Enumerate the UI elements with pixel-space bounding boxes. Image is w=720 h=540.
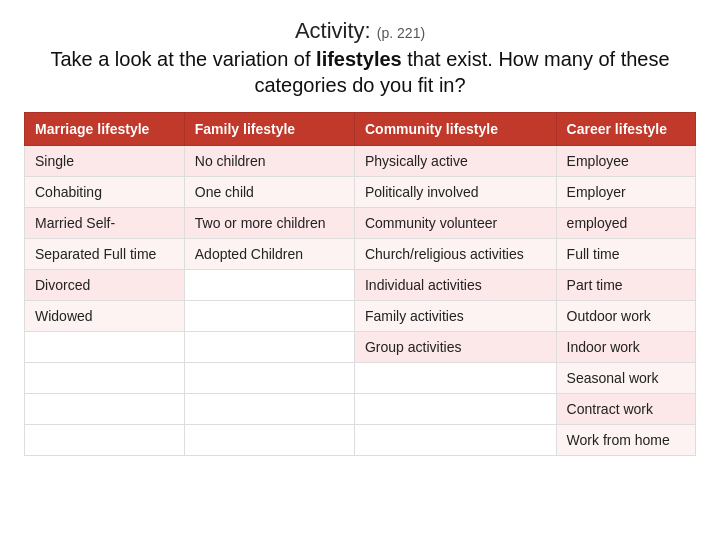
table-row: CohabitingOne childPolitically involvedE… [25, 177, 696, 208]
table-cell: Physically active [354, 146, 556, 177]
table-cell: Part time [556, 270, 695, 301]
table-row: WidowedFamily activitiesOutdoor work [25, 301, 696, 332]
table-cell: Community volunteer [354, 208, 556, 239]
column-header: Family lifestyle [184, 113, 354, 146]
table-row: Separated Full timeAdopted ChildrenChurc… [25, 239, 696, 270]
table-cell: Work from home [556, 425, 695, 456]
table-cell: employed [556, 208, 695, 239]
table-cell [184, 394, 354, 425]
table-body: SingleNo childrenPhysically activeEmploy… [25, 146, 696, 456]
table-row: Work from home [25, 425, 696, 456]
table-cell: Divorced [25, 270, 185, 301]
table-cell: Seasonal work [556, 363, 695, 394]
table-cell: Church/religious activities [354, 239, 556, 270]
column-header: Marriage lifestyle [25, 113, 185, 146]
table-cell: Family activities [354, 301, 556, 332]
table-cell: Indoor work [556, 332, 695, 363]
activity-title: Activity: (p. 221) [24, 18, 696, 44]
table-cell: Separated Full time [25, 239, 185, 270]
table-cell: No children [184, 146, 354, 177]
table-row: SingleNo childrenPhysically activeEmploy… [25, 146, 696, 177]
table-cell: Employer [556, 177, 695, 208]
table-cell [184, 270, 354, 301]
subtitle-before: Take a look at the variation of [50, 48, 316, 70]
table-cell: Employee [556, 146, 695, 177]
table-cell [184, 332, 354, 363]
table-row: DivorcedIndividual activitiesPart time [25, 270, 696, 301]
table-cell [184, 363, 354, 394]
table-cell: Single [25, 146, 185, 177]
table-cell [25, 363, 185, 394]
table-cell: Contract work [556, 394, 695, 425]
column-header: Career lifestyle [556, 113, 695, 146]
table-cell: Politically involved [354, 177, 556, 208]
page-ref: (p. 221) [377, 25, 425, 41]
table-cell [354, 425, 556, 456]
table-row: Contract work [25, 394, 696, 425]
table-cell: Group activities [354, 332, 556, 363]
table-cell [25, 332, 185, 363]
table-cell: Outdoor work [556, 301, 695, 332]
table-cell [354, 394, 556, 425]
table-cell [25, 394, 185, 425]
column-header: Community lifestyle [354, 113, 556, 146]
table-cell [354, 363, 556, 394]
lifestyle-table: Marriage lifestyleFamily lifestyleCommun… [24, 112, 696, 456]
table-cell: Individual activities [354, 270, 556, 301]
table-cell: Two or more children [184, 208, 354, 239]
table-cell: Cohabiting [25, 177, 185, 208]
table-header-row: Marriage lifestyleFamily lifestyleCommun… [25, 113, 696, 146]
table-cell: Widowed [25, 301, 185, 332]
table-cell: Full time [556, 239, 695, 270]
table-cell: Adopted Children [184, 239, 354, 270]
subtitle: Take a look at the variation of lifestyl… [24, 46, 696, 98]
table-cell: One child [184, 177, 354, 208]
table-cell [184, 425, 354, 456]
table-cell: Married Self- [25, 208, 185, 239]
table-row: Seasonal work [25, 363, 696, 394]
table-row: Group activitiesIndoor work [25, 332, 696, 363]
subtitle-bold: lifestyles [316, 48, 402, 70]
table-cell [25, 425, 185, 456]
title-text: Activity: [295, 18, 371, 43]
table-cell [184, 301, 354, 332]
header: Activity: (p. 221) Take a look at the va… [24, 18, 696, 98]
table-row: Married Self-Two or more childrenCommuni… [25, 208, 696, 239]
